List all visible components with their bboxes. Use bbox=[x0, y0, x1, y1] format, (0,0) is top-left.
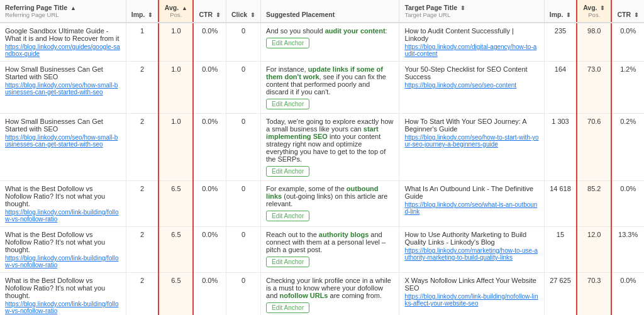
target-title-text: X Ways Nofollow Links Affect Your Websit… bbox=[404, 277, 536, 292]
target-url-link[interactable]: https://blog.linkody.com/seo/how-to-star… bbox=[404, 134, 538, 148]
ctr2-cell: 13.3% bbox=[611, 227, 644, 273]
avg2-cell: 98.0 bbox=[577, 23, 611, 62]
imp-cell: 2 bbox=[126, 273, 158, 316]
click-cell: 0 bbox=[226, 23, 260, 62]
ref-title-text: How Small Businesses Can Get Started wit… bbox=[5, 118, 103, 133]
click-cell: 0 bbox=[226, 273, 260, 316]
ref-title-text: What is the Best Dofollow vs Nofollow Ra… bbox=[5, 185, 105, 207]
click-cell: 0 bbox=[226, 62, 260, 114]
edit-anchor-button[interactable]: Edit Anchor bbox=[266, 211, 309, 221]
imp2-cell: 15 bbox=[544, 227, 577, 273]
ref-url-link[interactable]: https://blog.linkody.com/link-building/f… bbox=[5, 255, 121, 268]
ref-url-link[interactable]: https://blog.linkody.com/link-building/f… bbox=[5, 209, 121, 223]
sugg-cell: Reach out to the authority blogs and con… bbox=[261, 227, 399, 273]
avg2-cell: 85.2 bbox=[577, 181, 611, 227]
ctr2-cell: 1.2% bbox=[611, 62, 644, 114]
table-row: What is the Best Dofollow vs Nofollow Ra… bbox=[0, 273, 644, 316]
target-title-text: What Is An Outbound Link - The Definitiv… bbox=[404, 185, 533, 200]
avg2-cell: 73.0 bbox=[577, 62, 611, 114]
target-url-link[interactable]: https://blog.linkody.com/seo/seo-content bbox=[404, 82, 538, 89]
sugg-cell: And so you should audit your content:Edi… bbox=[261, 23, 399, 62]
imp-cell: 2 bbox=[126, 114, 158, 181]
imp2-cell: 164 bbox=[544, 62, 577, 114]
th-ref-url-sub: Referring Page URL bbox=[5, 11, 121, 18]
imp2-cell: 235 bbox=[544, 23, 577, 62]
edit-anchor-button[interactable]: Edit Anchor bbox=[266, 99, 309, 109]
ctr-cell: 0.0% bbox=[193, 62, 226, 114]
target-url-link[interactable]: https://blog.linkody.com/link-building/n… bbox=[404, 293, 538, 307]
imp-cell: 2 bbox=[126, 181, 158, 227]
avg-cell: 1.0 bbox=[158, 23, 193, 62]
sugg-highlight-green: authority blogs bbox=[319, 231, 369, 238]
click-cell: 0 bbox=[226, 181, 260, 227]
avg2-cell: 12.0 bbox=[577, 227, 611, 273]
ref-url-link[interactable]: https://blog.linkody.com/seo/how-small-b… bbox=[5, 134, 121, 148]
sugg-cell: Checking your link profile once in a whi… bbox=[261, 273, 399, 316]
target-url-link[interactable]: https://blog.linkody.com/digital-agency/… bbox=[404, 43, 538, 57]
edit-anchor-button[interactable]: Edit Anchor bbox=[266, 257, 309, 267]
ctr2-cell: 0.2% bbox=[611, 114, 644, 181]
click-cell: 0 bbox=[226, 114, 260, 181]
ref-title-cell: How Small Businesses Can Get Started wit… bbox=[0, 62, 126, 114]
th-target-title[interactable]: Target Page Title ⇕ Target Page URL bbox=[399, 0, 544, 23]
ctr-cell: 0.0% bbox=[193, 227, 226, 273]
th-imp[interactable]: Imp. ⇕ bbox=[126, 0, 158, 23]
th-ref-title[interactable]: Referring Page Title ▲ Referring Page UR… bbox=[0, 0, 126, 23]
avg2-cell: 70.6 bbox=[577, 114, 611, 181]
ctr-cell: 0.0% bbox=[193, 114, 226, 181]
sugg-text: : bbox=[386, 27, 387, 35]
th-click[interactable]: Click ⇕ bbox=[226, 0, 260, 23]
target-title-cell: How to Audit Content Successfully | Link… bbox=[399, 23, 544, 62]
imp-cell: 1 bbox=[126, 23, 158, 62]
target-url-link[interactable]: https://blog.linkody.com/seo/what-is-an-… bbox=[404, 201, 538, 215]
ref-url-link[interactable]: https://blog.linkody.com/link-building/f… bbox=[5, 301, 121, 314]
target-title-cell: X Ways Nofollow Links Affect Your Websit… bbox=[399, 273, 544, 316]
sugg-text: Reach out to the bbox=[266, 231, 319, 238]
table-row: What is the Best Dofollow vs Nofollow Ra… bbox=[0, 227, 644, 273]
avg-cell: 6.5 bbox=[158, 227, 193, 273]
ctr-cell: 0.0% bbox=[193, 23, 226, 62]
sugg-text: (out-going links) on this article are re… bbox=[266, 192, 387, 207]
table-row: How Small Businesses Can Get Started wit… bbox=[0, 62, 644, 114]
ctr2-cell: 0.0% bbox=[611, 181, 644, 227]
th-ref-title-label: Referring Page Title bbox=[5, 4, 67, 11]
ref-url-link[interactable]: https://blog.linkody.com/seo/how-small-b… bbox=[5, 82, 121, 96]
th-imp2[interactable]: Imp. ⇕ bbox=[544, 0, 577, 23]
edit-anchor-button[interactable]: Edit Anchor bbox=[266, 302, 309, 313]
ctr2-cell: 0.0% bbox=[611, 273, 644, 316]
click-cell: 0 bbox=[226, 227, 260, 273]
avg-cell: 6.5 bbox=[158, 181, 193, 227]
ctr-cell: 0.0% bbox=[193, 181, 226, 227]
avg2-cell: 70.3 bbox=[577, 273, 611, 316]
target-title-text: How To Start With Your SEO Journey: A Be… bbox=[404, 118, 526, 133]
target-title-cell: What Is An Outbound Link - The Definitiv… bbox=[399, 181, 544, 227]
table-row: What is the Best Dofollow vs Nofollow Ra… bbox=[0, 181, 644, 227]
ref-title-cell: What is the Best Dofollow vs Nofollow Ra… bbox=[0, 227, 126, 273]
ref-title-cell: How Small Businesses Can Get Started wit… bbox=[0, 114, 126, 181]
ctr-cell: 0.0% bbox=[193, 273, 226, 316]
imp-cell: 2 bbox=[126, 227, 158, 273]
edit-anchor-button[interactable]: Edit Anchor bbox=[266, 38, 309, 48]
ref-url-link[interactable]: https://blog.linkody.com/guides/google-s… bbox=[5, 43, 121, 57]
ref-title-cell: What is the Best Dofollow vs Nofollow Ra… bbox=[0, 273, 126, 316]
imp-cell: 2 bbox=[126, 62, 158, 114]
avg-cell: 6.5 bbox=[158, 273, 193, 316]
ref-title-cell: What is the Best Dofollow vs Nofollow Ra… bbox=[0, 181, 126, 227]
edit-anchor-button[interactable]: Edit Anchor bbox=[266, 166, 309, 177]
ref-title-cell: Google Sandbox Ultimate Guide - What it … bbox=[0, 23, 126, 62]
avg-cell: 1.0 bbox=[158, 114, 193, 181]
imp2-cell: 14 618 bbox=[544, 181, 577, 227]
ref-title-text: What is the Best Dofollow vs Nofollow Ra… bbox=[5, 277, 105, 299]
sugg-highlight-green-bold: nofollow URLs bbox=[280, 292, 328, 299]
avg-cell: 1.0 bbox=[158, 62, 193, 114]
target-url-link[interactable]: https://blog.linkody.com/marketing/how-t… bbox=[404, 247, 538, 261]
th-avg[interactable]: Avg. ▲ Pos. bbox=[158, 0, 193, 23]
target-title-cell: Your 50-Step Checklist for SEO Content S… bbox=[399, 62, 544, 114]
sugg-cell: Today, we're going to explore exactly ho… bbox=[261, 114, 399, 181]
th-ctr[interactable]: CTR ⇕ bbox=[193, 0, 226, 23]
ctr2-cell: 0.0% bbox=[611, 23, 644, 62]
sugg-text: are coming from. bbox=[328, 292, 382, 299]
th-avg2[interactable]: Avg. ⇕ Pos. bbox=[577, 0, 611, 23]
th-ctr2[interactable]: CTR ⇕ bbox=[611, 0, 644, 23]
sugg-highlight-green: audit your content bbox=[325, 27, 386, 35]
